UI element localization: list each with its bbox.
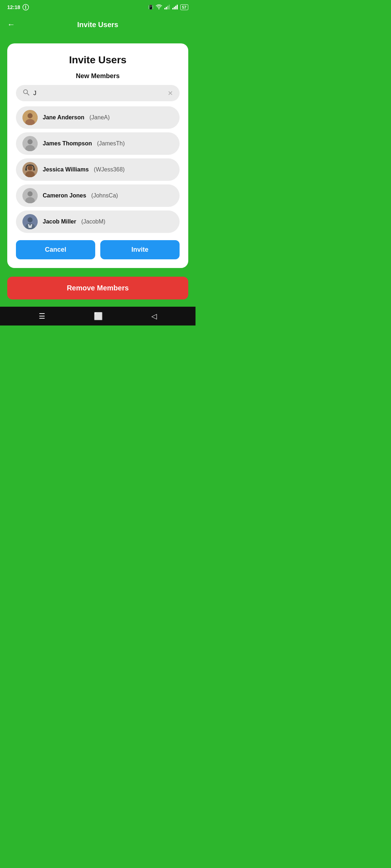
- svg-line-10: [27, 93, 29, 95]
- svg-rect-4: [169, 5, 170, 9]
- user-name: Jacob Miller: [43, 218, 76, 225]
- svg-rect-21: [33, 168, 35, 171]
- user-handle: (JacobM): [81, 218, 105, 225]
- bottom-nav: ☰ ⬜ ◁: [0, 307, 196, 326]
- avatar: [22, 110, 38, 125]
- remove-members-button[interactable]: Remove Members: [7, 277, 188, 299]
- status-left: 12:18: [7, 4, 29, 10]
- section-label: New Members: [16, 72, 180, 80]
- time: 12:18: [7, 4, 20, 10]
- modal-card: Invite Users New Members ✕: [7, 43, 188, 268]
- invite-button[interactable]: Invite: [100, 240, 180, 259]
- wifi-icon: [156, 4, 162, 10]
- avatar: [22, 136, 38, 151]
- svg-point-15: [28, 139, 33, 144]
- search-input[interactable]: [33, 90, 164, 97]
- user-handle: (JaneA): [89, 114, 110, 121]
- menu-icon[interactable]: ☰: [39, 312, 45, 320]
- user-handle: (JamesTh): [97, 140, 125, 147]
- top-bar: ← Invite Users: [0, 14, 196, 35]
- svg-rect-5: [172, 8, 173, 9]
- svg-rect-3: [167, 6, 168, 9]
- user-name: Jessica Williams: [43, 166, 89, 173]
- user-handle: (WJess368): [94, 166, 125, 173]
- search-clear-button[interactable]: ✕: [168, 89, 173, 97]
- svg-point-18: [28, 165, 33, 170]
- list-item[interactable]: Cameron Jones (JohnsCa): [16, 184, 180, 207]
- app-icon: [22, 4, 29, 10]
- user-name: James Thompson: [43, 140, 92, 147]
- user-list: Jane Anderson (JaneA) James Thompson (Ja…: [16, 106, 180, 233]
- green-background: Invite Users New Members ✕: [0, 35, 196, 307]
- list-item[interactable]: Jessica Williams (WJess368): [16, 158, 180, 181]
- cancel-button[interactable]: Cancel: [16, 240, 95, 259]
- back-button[interactable]: ←: [7, 20, 15, 29]
- user-name: Jane Anderson: [43, 114, 84, 121]
- svg-rect-7: [175, 6, 176, 9]
- svg-point-23: [28, 191, 33, 196]
- list-item[interactable]: James Thompson (JamesTh): [16, 132, 180, 155]
- signal-icon: [164, 4, 170, 10]
- modal-title: Invite Users: [16, 54, 180, 66]
- list-item[interactable]: Jacob Miller (JacobM): [16, 210, 180, 233]
- status-bar: 12:18 📳: [0, 0, 196, 14]
- svg-rect-20: [25, 168, 27, 171]
- svg-rect-1: [164, 8, 165, 9]
- search-bar: ✕: [16, 85, 180, 101]
- user-handle: (JohnsCa): [91, 192, 118, 199]
- svg-rect-2: [166, 7, 167, 9]
- svg-point-26: [28, 217, 33, 222]
- avatar: [22, 214, 38, 229]
- avatar: [22, 188, 38, 203]
- avatar: [22, 162, 38, 177]
- action-buttons: Cancel Invite: [16, 240, 180, 259]
- vibrate-icon: 📳: [148, 5, 154, 10]
- svg-rect-8: [177, 5, 178, 9]
- status-right: 📳 57: [148, 4, 188, 10]
- svg-point-12: [28, 113, 33, 118]
- battery-icon: 57: [180, 4, 188, 10]
- list-item[interactable]: Jane Anderson (JaneA): [16, 106, 180, 129]
- signal2-icon: [172, 4, 178, 10]
- user-name: Cameron Jones: [43, 192, 86, 199]
- svg-rect-6: [174, 7, 175, 9]
- search-icon: [22, 89, 30, 98]
- home-icon[interactable]: ⬜: [94, 312, 103, 320]
- page-title: Invite Users: [77, 21, 118, 29]
- back-nav-icon[interactable]: ◁: [151, 312, 157, 320]
